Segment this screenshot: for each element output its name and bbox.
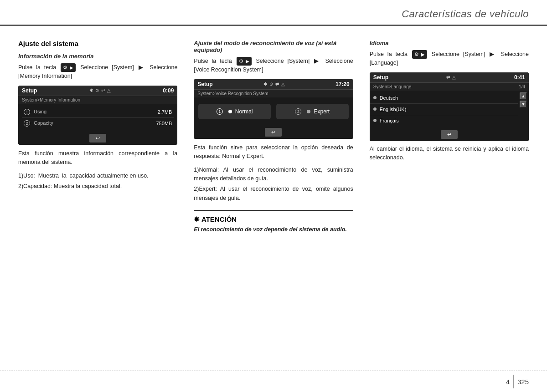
antenna-icon: △ [107, 88, 111, 93]
screen-footer-memory: ↩ [18, 132, 177, 145]
lang-path: System>Language [373, 84, 412, 89]
sy-icon: ⇄ [275, 81, 279, 87]
lang-label-english: English(UK) [380, 107, 407, 112]
lang-dot-deutsch [373, 96, 377, 99]
screen-time-voice: 17:20 [335, 81, 350, 87]
col1-list-2: 2)Capacidad: Muestra la capacidad total. [18, 182, 177, 191]
vr-options: 1 Normal 2 Expert [194, 97, 353, 126]
screen-row-using: 1 Using 2.7MB [22, 107, 174, 118]
capacity-value: 750MB [156, 121, 172, 126]
lang-with-scroll: Deutsch English(UK) Français ▲ [370, 91, 529, 128]
using-value: 2.7MB [158, 109, 172, 115]
screen-header-memory: Setup ✱ ⊙ ⇄ △ 0:09 [18, 86, 177, 96]
attention-text: El reconocimiento de voz depende del sis… [194, 226, 353, 233]
screen-icons-voice: ✱ ⊙ ⇄ △ [263, 81, 285, 87]
screen-voice: Setup ✱ ⊙ ⇄ △ 17:20 System>Voice Recogni… [194, 79, 353, 139]
vr-option-expert[interactable]: 2 Expert [276, 104, 349, 119]
attention-box: ✸ ATENCIÓN El reconocimiento de voz depe… [194, 210, 353, 233]
expert-label: Expert [314, 108, 330, 115]
dot-expert [307, 110, 310, 113]
screen-subheader-memory: System>Memory Information [18, 96, 177, 104]
bt-icon: ✱ [263, 81, 267, 87]
col1-desc: Esta función muestra información corresp… [18, 149, 177, 167]
attention-star: ✸ ATENCIÓN [194, 215, 237, 224]
screen-body-memory: 1 Using 2.7MB 2 Capacity 750MB [18, 104, 177, 132]
set-icon: ⊙ [269, 81, 273, 87]
gear-icon-2: ⚙ [239, 57, 243, 65]
lang-label-francais: Français [380, 118, 399, 123]
key-button-2: ⚙ ▶ [237, 57, 252, 66]
screen-footer-voice: ↩ [194, 126, 353, 139]
col2-desc: Esta función sirve para seleccionar la o… [194, 143, 353, 161]
settings-icon: ⊙ [95, 88, 99, 93]
col2-list-2: 2)Expert: Al usar el reconocimiento de v… [194, 185, 353, 203]
sync-icon: ⇄ [101, 88, 105, 93]
circle-2: 2 [24, 120, 30, 127]
lang-item-francais[interactable]: Français [370, 115, 518, 126]
page-header: Características de vehículo [0, 0, 547, 26]
arrow-icon-3: ▶ [421, 51, 425, 58]
page-footer: 4 325 [0, 371, 547, 392]
back-button-lang[interactable]: ↩ [441, 130, 458, 139]
main-content: Ajuste del sistema Información de la mem… [0, 26, 547, 260]
gear-icon-3: ⚙ [414, 51, 419, 58]
back-button-voice[interactable]: ↩ [265, 128, 282, 137]
lang-item-english[interactable]: English(UK) [370, 104, 518, 115]
header-title: Características de vehículo [402, 8, 529, 20]
attention-title: ✸ ATENCIÓN [194, 215, 353, 224]
screen-footer-lang: ↩ [370, 128, 529, 141]
sub-title-voice: Ajuste del modo de reconocimiento de voz… [194, 40, 353, 53]
col1-intro: Pulse la tecla ⚙ ▶ Seleccione [System] ▶… [18, 63, 177, 81]
lang-dot-francais [373, 119, 377, 122]
capacity-label: 2 Capacity [24, 120, 53, 127]
col2-list-1: 1)Normal: Al usar el reconocimiento de v… [194, 166, 353, 183]
circle-num-2: 2 [295, 108, 301, 115]
sub-title-memory: Información de la memoria [18, 53, 177, 60]
screen-icons-memory: ✱ ⊙ ⇄ △ [89, 88, 111, 93]
key-button-1: ⚙ ▶ [61, 63, 76, 72]
col3-desc: Al cambiar el idioma, el sistema se rein… [370, 145, 529, 163]
page-number: 325 [517, 378, 529, 386]
vr-option-normal[interactable]: 1 Normal [198, 104, 271, 119]
lang-list: Deutsch English(UK) Français [370, 91, 518, 128]
screen-language: Setup ⇄ △ 0:41 System>Language 1/4 Deuts… [370, 72, 529, 141]
lang-page-info: 1/4 [519, 84, 525, 89]
footer-page-num: 4 325 [506, 375, 529, 388]
lang-item-deutsch[interactable]: Deutsch [370, 92, 518, 104]
key-button-3: ⚙ ▶ [412, 50, 427, 59]
footer-divider [513, 375, 514, 388]
lang-dot-english [373, 107, 377, 111]
scroll-up-button[interactable]: ▲ [520, 92, 527, 100]
screen-icons-lang: ⇄ △ [446, 75, 456, 80]
col1-list-1: 1)Uso: Muestra la capacidad actualmente … [18, 172, 177, 180]
lang-header: Setup ⇄ △ 0:41 [370, 72, 529, 83]
lang-subheader: System>Language 1/4 [370, 83, 529, 91]
screen-subheader-voice: System>Voice Recognition System [194, 90, 353, 97]
back-button-memory[interactable]: ↩ [89, 134, 106, 143]
col3-intro: Pulse la tecla ⚙ ▶ Seleccione [System] ▶… [370, 50, 529, 68]
page-section: 4 [506, 378, 510, 386]
screen-row-capacity: 2 Capacity 750MB [22, 118, 174, 129]
lang-list-area: Deutsch English(UK) Français [370, 91, 518, 128]
screen-title-lang: Setup [373, 74, 388, 81]
lang-scroll-buttons: ▲ ▼ [518, 91, 529, 128]
an-icon-lang: △ [452, 75, 456, 80]
section-title: Ajuste del sistema [18, 40, 177, 47]
scroll-down-button[interactable]: ▼ [520, 101, 527, 108]
gear-icon: ⚙ [63, 64, 67, 71]
lang-label-deutsch: Deutsch [380, 95, 398, 101]
using-label: 1 Using [24, 109, 46, 115]
screen-time-lang: 0:41 [514, 74, 525, 81]
arrow-icon: ▶ [70, 64, 73, 71]
arrow-icon-2: ▶ [246, 58, 249, 65]
sub-title-language: Idioma [370, 40, 529, 46]
screen-title-voice: Setup [197, 81, 212, 87]
circle-1: 1 [24, 109, 30, 115]
an-icon: △ [281, 81, 285, 87]
col2-intro: Pulse la tecla ⚙ ▶ Seleccione [System] ▶… [194, 57, 353, 75]
column-3: Idioma Pulse la tecla ⚙ ▶ Seleccione [Sy… [361, 40, 529, 233]
column-2: Ajuste del modo de reconocimiento de voz… [186, 40, 361, 233]
screen-header-voice: Setup ✱ ⊙ ⇄ △ 17:20 [194, 79, 353, 90]
dot-normal [228, 110, 232, 113]
screen-title-memory: Setup [22, 87, 37, 94]
